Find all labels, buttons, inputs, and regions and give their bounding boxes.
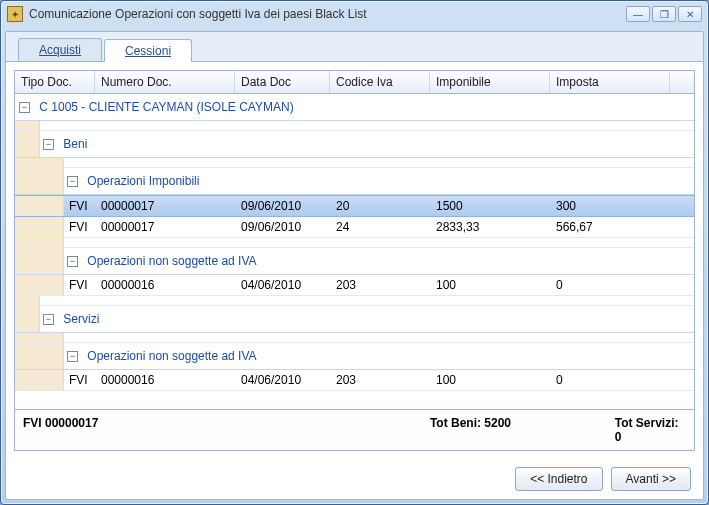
app-icon: ✦ bbox=[7, 6, 23, 22]
cell-imposta: 566,67 bbox=[550, 217, 670, 237]
group-beni-label: Beni bbox=[63, 137, 87, 151]
tab-cessioni[interactable]: Cessioni bbox=[104, 39, 192, 62]
grid-body[interactable]: − C 1005 - CLIENTE CAYMAN (ISOLE CAYMAN)… bbox=[15, 94, 694, 409]
window-title: Comunicazione Operazioni con soggetti Iv… bbox=[29, 7, 626, 21]
cell-data: 04/06/2010 bbox=[235, 275, 330, 295]
group-spacer bbox=[15, 333, 694, 343]
close-button[interactable]: ✕ bbox=[678, 6, 702, 22]
group-op-imp-label: Operazioni Imponibili bbox=[87, 174, 199, 188]
cell-imponibile: 1500 bbox=[430, 196, 550, 216]
grid-footer: FVI 00000017 Tot Beni: 5200 Tot Servizi:… bbox=[15, 409, 694, 450]
cell-tipo: FVI bbox=[15, 275, 95, 295]
group-beni[interactable]: − Beni bbox=[15, 131, 694, 158]
footer-doc: FVI 00000017 bbox=[23, 416, 390, 444]
group-cliente-label: C 1005 - CLIENTE CAYMAN (ISOLE CAYMAN) bbox=[39, 100, 293, 114]
col-imponibile[interactable]: Imponibile bbox=[430, 71, 550, 93]
footer-tot-servizi: Tot Servizi: 0 bbox=[615, 416, 686, 444]
tab-strip: Acquisti Cessioni bbox=[6, 32, 703, 62]
expander-icon[interactable]: − bbox=[67, 256, 78, 267]
cell-codice: 203 bbox=[330, 370, 430, 390]
cell-imposta: 0 bbox=[550, 370, 670, 390]
cell-data: 09/06/2010 bbox=[235, 217, 330, 237]
table-row[interactable]: FVI 00000016 04/06/2010 203 100 0 bbox=[15, 370, 694, 391]
col-numero-doc[interactable]: Numero Doc. bbox=[95, 71, 235, 93]
expander-icon[interactable]: − bbox=[19, 102, 30, 113]
expander-icon[interactable]: − bbox=[67, 351, 78, 362]
col-imposta[interactable]: Imposta bbox=[550, 71, 670, 93]
expander-icon[interactable]: − bbox=[43, 314, 54, 325]
column-headers: Tipo Doc. Numero Doc. Data Doc Codice Iv… bbox=[15, 71, 694, 94]
group-servizi[interactable]: − Servizi bbox=[15, 306, 694, 333]
cell-imponibile: 100 bbox=[430, 370, 550, 390]
cell-imposta: 0 bbox=[550, 275, 670, 295]
title-bar: ✦ Comunicazione Operazioni con soggetti … bbox=[1, 1, 708, 27]
back-button[interactable]: << Indietro bbox=[515, 467, 602, 491]
cell-codice: 24 bbox=[330, 217, 430, 237]
group-operazioni-imponibili[interactable]: − Operazioni Imponibili bbox=[15, 168, 694, 195]
col-codice-iva[interactable]: Codice Iva bbox=[330, 71, 430, 93]
cell-numero: 00000016 bbox=[95, 275, 235, 295]
expander-icon[interactable]: − bbox=[43, 139, 54, 150]
cell-tipo: FVI bbox=[15, 217, 95, 237]
cell-tipo: FVI bbox=[15, 196, 95, 216]
group-operazioni-non-iva-servizi[interactable]: − Operazioni non soggette ad IVA bbox=[15, 343, 694, 370]
app-window: ✦ Comunicazione Operazioni con soggetti … bbox=[0, 0, 709, 505]
cell-tipo: FVI bbox=[15, 370, 95, 390]
group-spacer bbox=[15, 296, 694, 306]
table-row[interactable]: FVI 00000017 09/06/2010 24 2833,33 566,6… bbox=[15, 217, 694, 238]
col-data-doc[interactable]: Data Doc bbox=[235, 71, 330, 93]
cell-data: 09/06/2010 bbox=[235, 196, 330, 216]
cell-imponibile: 100 bbox=[430, 275, 550, 295]
group-spacer bbox=[15, 158, 694, 168]
expander-icon[interactable]: − bbox=[67, 176, 78, 187]
minimize-button[interactable]: — bbox=[626, 6, 650, 22]
maximize-button[interactable]: ❐ bbox=[652, 6, 676, 22]
group-servizi-label: Servizi bbox=[63, 312, 99, 326]
cell-codice: 203 bbox=[330, 275, 430, 295]
tab-acquisti[interactable]: Acquisti bbox=[18, 38, 102, 61]
cell-imponibile: 2833,33 bbox=[430, 217, 550, 237]
wizard-buttons: << Indietro Avanti >> bbox=[6, 459, 703, 499]
group-op-non-iva-label: Operazioni non soggette ad IVA bbox=[87, 349, 256, 363]
next-button[interactable]: Avanti >> bbox=[611, 467, 691, 491]
table-row[interactable]: FVI 00000017 09/06/2010 20 1500 300 bbox=[15, 195, 694, 217]
col-tipo-doc[interactable]: Tipo Doc. bbox=[15, 71, 95, 93]
cell-numero: 00000016 bbox=[95, 370, 235, 390]
cell-numero: 00000017 bbox=[95, 217, 235, 237]
footer-tot-beni: Tot Beni: 5200 bbox=[430, 416, 575, 444]
group-cliente[interactable]: − C 1005 - CLIENTE CAYMAN (ISOLE CAYMAN) bbox=[15, 94, 694, 121]
cell-numero: 00000017 bbox=[95, 196, 235, 216]
cell-imposta: 300 bbox=[550, 196, 670, 216]
group-spacer bbox=[15, 121, 694, 131]
group-op-non-iva-label: Operazioni non soggette ad IVA bbox=[87, 254, 256, 268]
client-area: Acquisti Cessioni Tipo Doc. Numero Doc. … bbox=[5, 31, 704, 500]
cell-data: 04/06/2010 bbox=[235, 370, 330, 390]
group-operazioni-non-iva-beni[interactable]: − Operazioni non soggette ad IVA bbox=[15, 248, 694, 275]
data-grid: Tipo Doc. Numero Doc. Data Doc Codice Iv… bbox=[14, 70, 695, 451]
table-row[interactable]: FVI 00000016 04/06/2010 203 100 0 bbox=[15, 275, 694, 296]
cell-codice: 20 bbox=[330, 196, 430, 216]
group-spacer bbox=[15, 238, 694, 248]
